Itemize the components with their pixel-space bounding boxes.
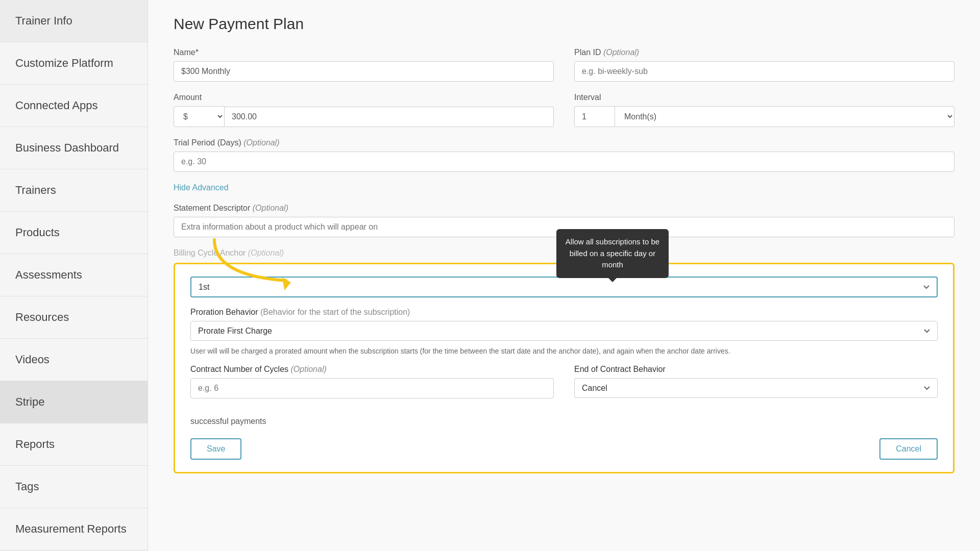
sidebar-item-label: Resources bbox=[15, 311, 69, 324]
proration-label: Proration Behavior (Behavior for the sta… bbox=[190, 308, 938, 317]
name-field-col: Name* bbox=[174, 48, 554, 82]
successful-payments-text: successful payments bbox=[190, 417, 554, 426]
sidebar-item-videos[interactable]: Videos bbox=[0, 339, 148, 381]
contract-cycles-label: Contract Number of Cycles (Optional) bbox=[190, 365, 554, 374]
sidebar-item-label: Reports bbox=[15, 438, 55, 451]
sidebar-item-label: Trainers bbox=[15, 184, 56, 197]
content-area: New Payment Plan Name* Plan ID (Optional… bbox=[148, 0, 980, 489]
planid-label: Plan ID (Optional) bbox=[574, 48, 954, 57]
sidebar: Trainer Info Customize Platform Connecte… bbox=[0, 0, 148, 551]
hide-advanced-link[interactable]: Hide Advanced bbox=[174, 183, 229, 192]
sidebar-item-stripe[interactable]: Stripe bbox=[0, 381, 148, 423]
name-input[interactable] bbox=[174, 61, 554, 82]
sidebar-item-label: Measurement Reports bbox=[15, 522, 127, 536]
sidebar-item-label: Tags bbox=[15, 480, 39, 493]
planid-field-col: Plan ID (Optional) bbox=[574, 48, 954, 82]
interval-label: Interval bbox=[574, 93, 954, 102]
interval-input-group: Day(s) Week(s) Month(s) Year(s) bbox=[574, 106, 954, 127]
name-label: Name* bbox=[174, 48, 554, 57]
name-planid-row: Name* Plan ID (Optional) bbox=[174, 48, 954, 82]
billing-anchor-tooltip: Allow all subscriptions to be billed on … bbox=[556, 229, 669, 278]
sidebar-item-label: Trainer Info bbox=[15, 14, 72, 28]
interval-number-input[interactable] bbox=[574, 106, 615, 127]
sidebar-item-label: Stripe bbox=[15, 395, 44, 409]
cancel-button[interactable]: Cancel bbox=[879, 438, 938, 460]
interval-col: Interval Day(s) Week(s) Month(s) Year(s) bbox=[574, 93, 954, 127]
sidebar-item-label: Customize Platform bbox=[15, 57, 113, 70]
highlighted-section: 1st 2nd 3rd 4th 5th 10th 15th 20th 25th … bbox=[174, 263, 954, 473]
sidebar-item-tags[interactable]: Tags bbox=[0, 466, 148, 508]
sidebar-item-label: Business Dashboard bbox=[15, 141, 119, 155]
amount-col: Amount $ € £ bbox=[174, 93, 554, 127]
page-title: New Payment Plan bbox=[174, 15, 954, 33]
sidebar-item-customize-platform[interactable]: Customize Platform bbox=[0, 42, 148, 85]
amount-input-group: $ € £ bbox=[174, 106, 554, 127]
billing-anchor-section: 1st 2nd 3rd 4th 5th 10th 15th 20th 25th … bbox=[190, 277, 938, 297]
amount-input[interactable] bbox=[225, 107, 554, 127]
main-content: New Payment Plan Name* Plan ID (Optional… bbox=[148, 0, 980, 551]
proration-select[interactable]: Prorate First Charge Always Prorate Crea… bbox=[190, 321, 938, 341]
sidebar-item-products[interactable]: Products bbox=[0, 212, 148, 254]
contract-section: Contract Number of Cycles (Optional) suc… bbox=[190, 365, 938, 426]
currency-select[interactable]: $ € £ bbox=[174, 106, 225, 127]
sidebar-item-label: Products bbox=[15, 226, 60, 239]
sidebar-item-label: Assessments bbox=[15, 268, 82, 282]
trial-period-label: Trial Period (Days) (Optional) bbox=[174, 138, 954, 147]
statement-descriptor-label: Statement Descriptor (Optional) bbox=[174, 204, 954, 213]
sidebar-item-reports[interactable]: Reports bbox=[0, 423, 148, 466]
statement-descriptor-group: Statement Descriptor (Optional) Allow al… bbox=[174, 204, 954, 237]
trial-period-group: Trial Period (Days) (Optional) bbox=[174, 138, 954, 172]
proration-section: Proration Behavior (Behavior for the sta… bbox=[190, 308, 938, 357]
interval-unit-select[interactable]: Day(s) Week(s) Month(s) Year(s) bbox=[615, 106, 954, 127]
sidebar-item-trainers[interactable]: Trainers bbox=[0, 169, 148, 212]
planid-input[interactable] bbox=[574, 61, 954, 82]
amount-label: Amount bbox=[174, 93, 554, 102]
contract-cycles-col: Contract Number of Cycles (Optional) suc… bbox=[190, 365, 554, 426]
sidebar-item-business-dashboard[interactable]: Business Dashboard bbox=[0, 127, 148, 169]
amount-interval-row: Amount $ € £ Interval Day(s) Week(s) bbox=[174, 93, 954, 127]
contract-cycles-input[interactable] bbox=[190, 378, 554, 398]
sidebar-item-trainer-info[interactable]: Trainer Info bbox=[0, 0, 148, 42]
action-buttons: Save Cancel bbox=[190, 438, 938, 460]
proration-description: User will will be charged a prorated amo… bbox=[190, 346, 938, 357]
sidebar-item-label: Videos bbox=[15, 353, 50, 366]
billing-anchor-select[interactable]: 1st 2nd 3rd 4th 5th 10th 15th 20th 25th … bbox=[190, 277, 938, 297]
end-behavior-label: End of Contract Behavior bbox=[574, 365, 938, 374]
sidebar-item-assessments[interactable]: Assessments bbox=[0, 254, 148, 296]
sidebar-item-connected-apps[interactable]: Connected Apps bbox=[0, 85, 148, 127]
end-behavior-select[interactable]: Cancel Pause None bbox=[574, 378, 938, 398]
sidebar-item-resources[interactable]: Resources bbox=[0, 296, 148, 339]
sidebar-item-measurement-reports[interactable]: Measurement Reports bbox=[0, 508, 148, 550]
save-button[interactable]: Save bbox=[190, 438, 241, 460]
end-behavior-col: End of Contract Behavior Cancel Pause No… bbox=[574, 365, 938, 398]
trial-period-input[interactable] bbox=[174, 152, 954, 172]
sidebar-item-label: Connected Apps bbox=[15, 99, 97, 112]
